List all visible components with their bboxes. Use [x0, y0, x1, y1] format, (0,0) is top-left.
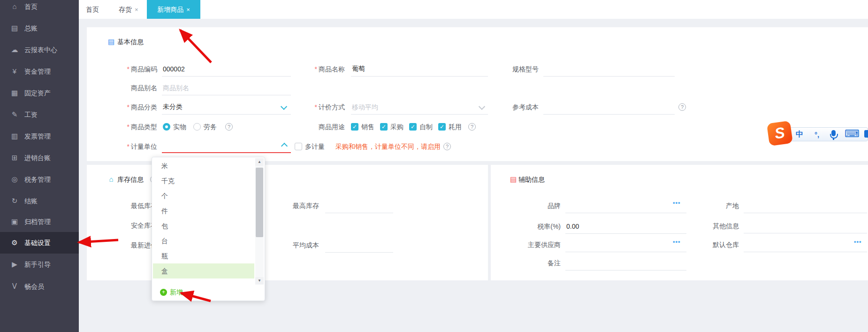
radio-physical[interactable] — [163, 123, 170, 131]
help-icon[interactable]: ? — [468, 123, 476, 131]
unit-option-item[interactable]: 件 — [153, 203, 254, 218]
unit-option-bottle[interactable]: 瓶 — [153, 248, 254, 263]
checkbox-multi-unit-label[interactable]: 多计量 — [305, 142, 325, 151]
tab-label: 存货 — [119, 6, 132, 13]
sidebar-item-tax[interactable]: ◎税务管理 — [0, 172, 79, 186]
checkbox-self-made-label[interactable]: 自制 — [419, 122, 433, 131]
checkbox-self-made[interactable]: ✓ — [409, 123, 417, 131]
remark-label: 备注 — [490, 258, 561, 268]
ime-language-mode-icon[interactable]: 中 — [796, 130, 803, 139]
checkbox-sell[interactable]: ✓ — [351, 123, 358, 131]
sidebar-item-label: 资金管理 — [24, 64, 51, 78]
max-stock-input[interactable] — [325, 198, 393, 213]
ime-punctuation-icon[interactable]: °, — [815, 131, 819, 139]
unit-option-set[interactable]: 台 — [153, 233, 254, 248]
checkbox-consume[interactable]: ✓ — [438, 123, 446, 131]
dropdown-scrollbar[interactable]: ▲ ▼ — [255, 158, 264, 285]
required-mark: * — [315, 103, 317, 111]
reference-cost-input[interactable] — [543, 100, 675, 115]
radio-service-label[interactable]: 劳务 — [204, 122, 217, 131]
product-alias-input[interactable] — [162, 80, 291, 95]
sidebar-item-archive[interactable]: ▣归档管理 — [0, 215, 79, 229]
checkbox-purchase-label[interactable]: 采购 — [390, 122, 404, 131]
sidebar-item-beginner-guide[interactable]: ▶新手引导 — [0, 257, 79, 271]
sidebar-item-funds[interactable]: ¥资金管理 — [0, 64, 79, 78]
product-type-label: *商品类型 — [87, 122, 157, 131]
min-stock-label: 最低库存 — [87, 201, 157, 210]
more-icon[interactable]: ••• — [673, 199, 681, 206]
radio-physical-label[interactable]: 实物 — [173, 122, 186, 131]
scroll-up-icon[interactable]: ▲ — [255, 158, 264, 166]
money-bag-icon: ¥ — [9, 64, 20, 78]
tab-inventory[interactable]: 存货× — [119, 0, 138, 19]
sidebar-item-closing[interactable]: ↻结账 — [0, 194, 79, 208]
unit-option-kilogram[interactable]: 千克 — [153, 173, 254, 188]
vip-icon: Ⅴ — [9, 279, 20, 293]
sidebar-item-label: 发票管理 — [24, 129, 51, 143]
sidebar-item-label: 归档管理 — [24, 215, 51, 229]
product-usage-label: 商品用途 — [274, 122, 345, 131]
invoice-icon: ▥ — [9, 129, 20, 143]
unit-option-piece[interactable]: 个 — [153, 188, 254, 203]
other-info-label: 其他信息 — [669, 221, 739, 231]
checkbox-sell-label[interactable]: 销售 — [361, 122, 374, 131]
microphone-icon[interactable] — [831, 130, 836, 136]
average-cost-input[interactable] — [325, 238, 393, 253]
tax-icon: ◎ — [9, 172, 20, 186]
sidebar-item-label: 总账 — [24, 21, 38, 35]
pricing-method-select[interactable] — [351, 100, 488, 115]
help-icon[interactable]: ? — [225, 123, 233, 131]
checkbox-purchase[interactable]: ✓ — [380, 123, 388, 131]
sidebar-item-fixed-assets[interactable]: ▦固定资产 — [0, 86, 79, 100]
remark-input[interactable] — [565, 255, 686, 270]
sidebar-item-membership[interactable]: Ⅴ畅会员 — [0, 279, 79, 293]
keyboard-icon[interactable]: ⌨ — [845, 128, 860, 140]
checkbox-multi-unit[interactable] — [295, 143, 302, 150]
checkbox-consume-label[interactable]: 耗用 — [449, 122, 462, 131]
unit-select[interactable] — [162, 138, 291, 153]
sidebar-item-label: 首页 — [24, 0, 38, 14]
scrollbar-thumb[interactable] — [256, 168, 263, 237]
sidebar-item-cloud-reports[interactable]: ☁云报表中心 — [0, 43, 79, 57]
product-code-input[interactable] — [162, 62, 291, 77]
ime-logo-icon[interactable]: S — [767, 121, 793, 146]
default-warehouse-input[interactable] — [744, 237, 867, 252]
help-icon[interactable]: ? — [443, 143, 451, 150]
close-icon[interactable]: × — [135, 6, 138, 13]
sidebar-item-invoices[interactable]: ▥发票管理 — [0, 129, 79, 143]
product-category-select[interactable] — [162, 100, 291, 115]
tab-label: 新增商品 — [157, 6, 183, 13]
sidebar-item-purchase-sales-ledger[interactable]: ⊞进销台账 — [0, 151, 79, 165]
add-unit-button[interactable]: + 新增 — [152, 287, 265, 300]
basic-info-title: 基本信息 — [117, 38, 144, 46]
tab-home[interactable]: 首页 — [86, 0, 99, 19]
auxiliary-info-icon: ▤ — [509, 175, 518, 184]
product-name-label: *商品名称 — [274, 64, 345, 74]
origin-input[interactable] — [744, 198, 867, 213]
sidebar-item-basic-settings[interactable]: ⚙基础设置 — [0, 236, 79, 250]
ledger-book-icon: ⊞ — [9, 151, 20, 165]
play-icon: ▶ — [9, 257, 20, 271]
tab-new-product[interactable]: 新增商品× — [147, 0, 200, 19]
sidebar-item-label: 工资 — [24, 108, 38, 122]
sidebar-item-home[interactable]: ⌂首页 — [0, 0, 79, 14]
unit-option-meter[interactable]: 米 — [153, 158, 254, 173]
tax-rate-label: 税率(%) — [490, 222, 561, 231]
cloud-report-icon: ☁ — [9, 43, 20, 57]
more-icon[interactable]: ••• — [854, 238, 862, 245]
help-icon[interactable]: ? — [678, 103, 686, 111]
unit-option-pack[interactable]: 包 — [153, 218, 254, 233]
more-icon[interactable]: ••• — [673, 238, 681, 245]
radio-service[interactable] — [193, 123, 201, 131]
home-icon: ⌂ — [9, 0, 20, 14]
ime-toolbox-icon[interactable] — [864, 130, 868, 138]
scroll-down-icon[interactable]: ▼ — [255, 277, 264, 285]
close-icon[interactable]: × — [186, 6, 190, 13]
sidebar-item-salary[interactable]: ✎工资 — [0, 108, 79, 122]
spec-model-input[interactable] — [543, 62, 675, 77]
sidebar-item-general-ledger[interactable]: ▤总账 — [0, 21, 79, 35]
required-mark: * — [127, 103, 129, 111]
product-name-input[interactable] — [351, 62, 488, 77]
other-info-input[interactable] — [744, 218, 867, 233]
unit-option-box[interactable]: 盒 — [153, 263, 254, 278]
